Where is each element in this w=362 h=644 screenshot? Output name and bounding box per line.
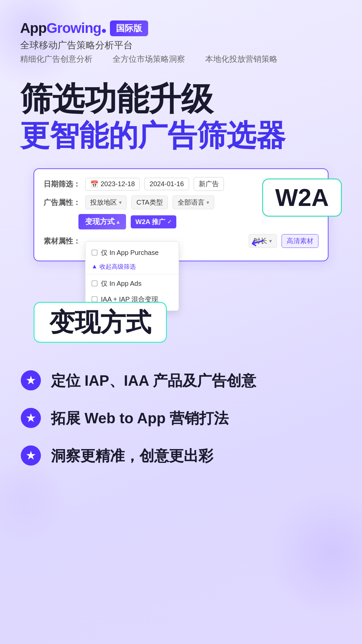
logo-growing: Growing	[47, 20, 101, 36]
logo-row: AppGrowing 国际版	[20, 20, 342, 36]
deco-circle-bottom-right	[268, 490, 362, 617]
date-from-chip[interactable]: 📅 2023-12-18	[85, 178, 140, 191]
date-to-chip[interactable]: 2024-01-16	[144, 178, 189, 190]
mix-checkbox[interactable]	[92, 296, 98, 302]
collapse-icon: ▲	[92, 263, 98, 270]
material-row: 素材属性： 仅 In App Purchase ▲ 收起高级筛选	[44, 234, 318, 248]
w2a-chip[interactable]: W2A 推广 ✓	[131, 215, 176, 228]
header: AppGrowing 国际版 全球移动广告策略分析平台 精细化广告创意分析 全方…	[20, 20, 342, 64]
lang-chip[interactable]: 全部语言 ▾	[173, 196, 214, 209]
hero-title-1: 筛选功能升级	[20, 81, 342, 117]
cal-icon: 📅	[90, 180, 99, 188]
logo-dot-circle	[102, 29, 106, 33]
mockup-container: W2A ↙ 日期筛选： 📅 2023-12-18 2024-01-16 新广告 …	[20, 168, 342, 336]
lang-arrow: ▾	[206, 199, 209, 206]
feature-text-2: 拓展 Web to App 营销打法	[51, 409, 229, 428]
iap-checkbox[interactable]	[92, 250, 98, 256]
monetize-arrow: ▴	[117, 219, 119, 225]
divider	[85, 274, 179, 274]
feature-text-3: 洞察更精准，创意更出彩	[51, 446, 213, 465]
attr-label: 广告属性：	[44, 198, 80, 208]
feature-icon-2: ★	[20, 407, 42, 429]
duration-arrow: ▾	[269, 238, 272, 244]
svg-text:★: ★	[25, 448, 36, 462]
iaa-checkbox[interactable]	[92, 280, 98, 286]
tagline-main: 全球移动广告策略分析平台	[20, 39, 342, 52]
hero-title-2: 更智能的广告筛选器	[20, 119, 342, 152]
feature-text-1: 定位 IAP、IAA 产品及广告创意	[51, 371, 256, 390]
iaa-option[interactable]: 仅 In App Ads	[85, 276, 179, 291]
w2a-promo-label: W2A 推广	[135, 217, 165, 226]
svg-text:★: ★	[25, 411, 36, 425]
monetize-badge: 变现方式	[34, 302, 167, 343]
logo-app: App	[20, 20, 47, 36]
feature-icon-3: ★	[20, 445, 42, 466]
iap-option[interactable]: 仅 In App Purchase	[85, 245, 179, 261]
collapse-row[interactable]: ▲ 收起高级筛选	[85, 261, 179, 273]
feature-list: ★ 定位 IAP、IAA 产品及广告创意 ★ 拓展 Web to App 营销打…	[20, 370, 342, 466]
monetize-badge-text: 变现方式	[49, 308, 151, 336]
date-from-value: 2023-12-18	[101, 180, 135, 188]
feature-tag-1: 精细化广告创意分析	[20, 54, 93, 64]
logo: AppGrowing	[20, 20, 106, 36]
feature-tag-3: 本地化投放营销策略	[205, 54, 278, 64]
w2a-arrow: ✓	[167, 219, 172, 225]
feature-tag-2: 全方位市场策略洞察	[113, 54, 185, 64]
date-label: 日期筛选：	[44, 179, 80, 189]
svg-text:★: ★	[25, 373, 36, 387]
hero-section: 筛选功能升级 更智能的广告筛选器	[20, 81, 342, 152]
lang-label: 全部语言	[178, 198, 204, 207]
tagline-features: 精细化广告创意分析 全方位市场策略洞察 本地化投放营销策略	[20, 54, 342, 64]
new-ad-chip[interactable]: 新广告	[194, 177, 224, 191]
w2a-badge: W2A	[262, 178, 342, 217]
version-badge: 国际版	[110, 20, 148, 36]
monetize-chip[interactable]: 变现方式 ▴	[78, 214, 126, 229]
monetize-dropdown: 仅 In App Purchase ▲ 收起高级筛选 仅 In App Ads	[85, 241, 179, 311]
hd-chip[interactable]: 高清素材	[282, 234, 318, 248]
region-arrow: ▾	[119, 199, 122, 206]
feature-item-3: ★ 洞察更精准，创意更出彩	[20, 445, 342, 466]
feature-icon-1: ★	[20, 370, 42, 391]
cta-label: CTA类型	[136, 198, 163, 207]
feature-item-1: ★ 定位 IAP、IAA 产品及广告创意	[20, 370, 342, 391]
iaa-label: 仅 In App Ads	[101, 279, 141, 288]
w2a-text: W2A	[275, 184, 329, 211]
region-label: 投放地区	[90, 198, 117, 207]
iap-label: 仅 In App Purchase	[101, 248, 159, 257]
material-label: 素材属性：	[44, 236, 80, 246]
region-chip[interactable]: 投放地区 ▾	[85, 196, 127, 209]
feature-item-2: ★ 拓展 Web to App 营销打法	[20, 407, 342, 429]
collapse-label: 收起高级筛选	[100, 263, 136, 271]
monetize-label: 变现方式	[85, 217, 115, 227]
cta-chip[interactable]: CTA类型	[131, 196, 168, 209]
